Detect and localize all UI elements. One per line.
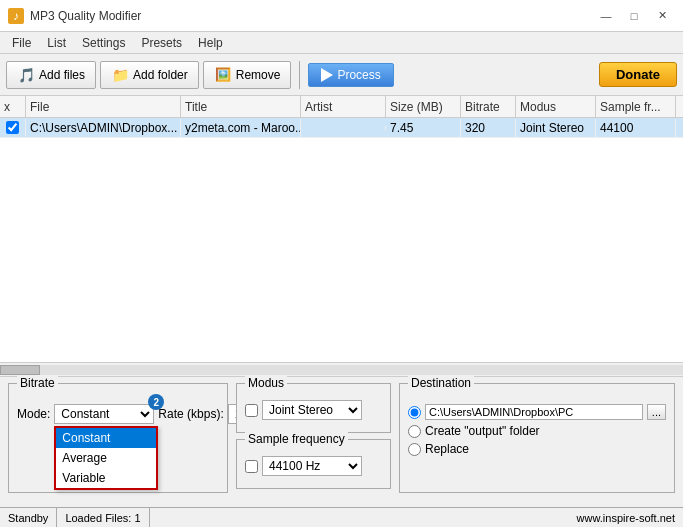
row-modus: Joint Stereo [516, 119, 596, 137]
process-label: Process [337, 68, 380, 82]
bottom-panel: Bitrate Mode: Constant Average Variable … [0, 377, 683, 507]
maximize-button[interactable]: □ [621, 6, 647, 26]
col-header-bitrate: Bitrate [461, 96, 516, 118]
row-size: 7.45 [386, 119, 461, 137]
col-header-sample: Sample fr... [596, 96, 676, 118]
minimize-button[interactable]: — [593, 6, 619, 26]
sample-section: Sample frequency 44100 Hz 22050 Hz 11025… [236, 439, 391, 489]
horizontal-scrollbar[interactable] [0, 362, 683, 376]
row-sample: 44100 [596, 119, 676, 137]
destination-output-row: Create "output" folder [408, 424, 666, 438]
close-button[interactable]: ✕ [649, 6, 675, 26]
bitrate-label: Bitrate [17, 376, 58, 390]
destination-section: Destination ... Create "output" folder R… [399, 383, 675, 493]
add-folder-button[interactable]: 📁 Add folder [100, 61, 199, 89]
separator [299, 61, 300, 89]
row-bitrate: 320 [461, 119, 516, 137]
play-icon [321, 68, 333, 82]
app-icon: ♪ [8, 8, 24, 24]
scrollbar-thumb[interactable] [0, 365, 40, 375]
add-files-label: Add files [39, 68, 85, 82]
row-artist [301, 126, 386, 130]
file-list-body: C:\Users\ADMIN\Dropbox... y2meta.com - M… [0, 118, 683, 362]
table-row[interactable]: C:\Users\ADMIN\Dropbox... y2meta.com - M… [0, 118, 683, 138]
menu-file[interactable]: File [4, 34, 39, 52]
menu-bar: File List Settings Presets Help [0, 32, 683, 54]
rate-label: Rate (kbps): [158, 407, 223, 421]
menu-settings[interactable]: Settings [74, 34, 133, 52]
add-folder-label: Add folder [133, 68, 188, 82]
title-controls: — □ ✕ [593, 6, 675, 26]
row-file: C:\Users\ADMIN\Dropbox... [26, 119, 181, 137]
remove-icon: 🖼️ [214, 66, 232, 84]
music-note-icon: 🎵 [17, 66, 35, 84]
destination-output-radio[interactable] [408, 425, 421, 438]
mode-dropdown[interactable]: Constant Average Variable [54, 426, 158, 490]
title-bar-left: ♪ MP3 Quality Modifier [8, 8, 141, 24]
destination-browse-button[interactable]: ... [647, 404, 666, 420]
modus-section: Modus Joint Stereo Stereo Mono [236, 383, 391, 433]
file-list-container: x File Title Artist Size (MB) Bitrate Mo… [0, 96, 683, 377]
col-header-title: Title [181, 96, 301, 118]
donate-button[interactable]: Donate [599, 62, 677, 87]
title-bar: ♪ MP3 Quality Modifier — □ ✕ [0, 0, 683, 32]
status-bar: Standby Loaded Files: 1 www.inspire-soft… [0, 507, 683, 527]
app-title: MP3 Quality Modifier [30, 9, 141, 23]
remove-button[interactable]: 🖼️ Remove [203, 61, 292, 89]
remove-label: Remove [236, 68, 281, 82]
destination-replace-row: Replace [408, 442, 666, 456]
modus-section-label: Modus [245, 376, 287, 390]
file-list-header: x File Title Artist Size (MB) Bitrate Mo… [0, 96, 683, 118]
bitrate-section: Bitrate Mode: Constant Average Variable … [8, 383, 228, 493]
modus-sample-col: Modus Joint Stereo Stereo Mono Sample fr… [236, 383, 391, 501]
destination-output-label: Create "output" folder [425, 424, 540, 438]
bitrate-mode-row: Mode: Constant Average Variable 2 Consta… [17, 404, 219, 424]
col-header-modus: Modus [516, 96, 596, 118]
status-loaded-files: Loaded Files: 1 [57, 508, 149, 527]
destination-path-radio[interactable] [408, 406, 421, 419]
destination-replace-label: Replace [425, 442, 469, 456]
mode-select[interactable]: Constant Average Variable [54, 404, 154, 424]
sample-row: 44100 Hz 22050 Hz 11025 Hz [245, 456, 382, 476]
menu-presets[interactable]: Presets [133, 34, 190, 52]
status-standby: Standby [0, 508, 57, 527]
col-header-size: Size (MB) [386, 96, 461, 118]
col-header-x: x [0, 96, 26, 118]
modus-checkbox[interactable] [245, 404, 258, 417]
dropdown-item-variable[interactable]: Variable [56, 468, 156, 488]
col-header-artist: Artist [301, 96, 386, 118]
menu-list[interactable]: List [39, 34, 74, 52]
destination-replace-radio[interactable] [408, 443, 421, 456]
destination-label: Destination [408, 376, 474, 390]
process-button[interactable]: Process [308, 63, 393, 87]
dropdown-item-average[interactable]: Average [56, 448, 156, 468]
row-title: y2meta.com - Maroo... [181, 119, 301, 137]
sample-section-label: Sample frequency [245, 432, 348, 446]
menu-help[interactable]: Help [190, 34, 231, 52]
folder-icon: 📁 [111, 66, 129, 84]
scrollbar-track [0, 365, 683, 375]
destination-path-input[interactable] [425, 404, 643, 420]
sample-checkbox[interactable] [245, 460, 258, 473]
modus-row: Joint Stereo Stereo Mono [245, 400, 382, 420]
toolbar: 🎵 Add files 📁 Add folder 🖼️ Remove Proce… [0, 54, 683, 96]
add-files-button[interactable]: 🎵 Add files [6, 61, 96, 89]
destination-path-row: ... [408, 404, 666, 420]
status-website: www.inspire-soft.net [569, 508, 683, 527]
row-checkbox-cell [0, 119, 26, 136]
sample-select[interactable]: 44100 Hz 22050 Hz 11025 Hz [262, 456, 362, 476]
mode-label: Mode: [17, 407, 50, 421]
col-header-file: File [26, 96, 181, 118]
modus-select[interactable]: Joint Stereo Stereo Mono [262, 400, 362, 420]
row-checkbox[interactable] [6, 121, 19, 134]
dropdown-item-constant[interactable]: Constant [56, 428, 156, 448]
mode-select-wrapper: Constant Average Variable 2 Constant Ave… [54, 404, 154, 424]
